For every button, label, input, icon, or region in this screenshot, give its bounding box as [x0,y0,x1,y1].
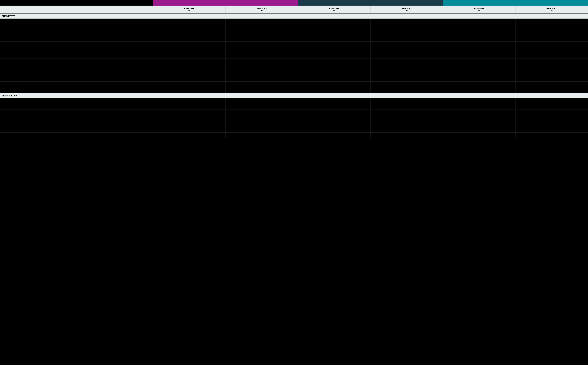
table-row [0,19,588,24]
cell-1-1-2 [298,104,371,110]
cell-0-4-2 [298,42,371,47]
cell-1-5-1 [226,127,298,132]
cell-0-3-0 [153,36,226,42]
cell-1-1-5 [516,104,588,110]
cell-0-11-5 [516,82,588,87]
cell-0-1-3 [371,24,443,30]
cell-1-4-4 [443,121,516,127]
cell-0-11-2 [298,82,371,87]
table-row [0,30,588,36]
row-label [0,104,153,110]
table-row [0,110,588,115]
col-header-1: All Grades,% [153,6,226,14]
cell-0-2-1 [226,30,298,36]
section-title-1: HEMATOLOGY [0,93,588,98]
cell-0-6-1 [226,53,298,59]
cell-0-5-3 [371,47,443,53]
cell-0-10-5 [516,76,588,82]
cell-0-11-0 [153,82,226,87]
cell-0-7-0 [153,59,226,64]
cell-1-3-1 [226,115,298,121]
cell-0-12-4 [443,87,516,93]
cell-0-11-4 [443,82,516,87]
row-label [0,53,153,59]
lab-abnormality-label [0,6,153,14]
cell-0-6-5 [516,53,588,59]
cell-0-9-3 [371,70,443,76]
col-header-4: Grade 3 or 4,% [371,6,443,14]
row-label [0,59,153,64]
cell-1-6-4 [443,132,516,138]
cell-1-0-3 [371,98,443,104]
table-row [0,59,588,64]
col-header-6: Grade 3 or 4,% [516,6,588,14]
cell-0-3-3 [371,36,443,42]
cell-0-4-1 [226,42,298,47]
cell-1-2-5 [516,110,588,115]
cell-0-5-4 [443,47,516,53]
table-row [0,82,588,87]
table-row [0,42,588,47]
cell-0-6-2 [298,53,371,59]
cell-1-3-3 [371,115,443,121]
row-label [0,110,153,115]
cell-0-8-0 [153,64,226,70]
row-label [0,98,153,104]
cell-1-1-3 [371,104,443,110]
cell-1-5-5 [516,127,588,132]
cell-0-7-1 [226,59,298,64]
cell-1-4-5 [516,121,588,127]
cell-0-12-5 [516,87,588,93]
cell-0-8-2 [298,64,371,70]
cell-0-12-3 [371,87,443,93]
cell-0-3-5 [516,36,588,42]
cell-0-9-5 [516,70,588,76]
cell-1-4-0 [153,121,226,127]
cell-0-8-5 [516,64,588,70]
table-row [0,24,588,30]
cell-0-2-3 [371,30,443,36]
row-label [0,127,153,132]
table-body: CHEMISTRYHEMATOLOGY [0,13,588,138]
cell-1-6-3 [371,132,443,138]
cell-0-9-4 [443,70,516,76]
cell-0-10-2 [298,76,371,82]
cell-1-2-2 [298,110,371,115]
study-header-row [0,0,588,6]
row-label [0,30,153,36]
cell-0-3-2 [298,36,371,42]
table-row [0,53,588,59]
cell-1-6-0 [153,132,226,138]
cell-1-1-1 [226,104,298,110]
cell-0-8-3 [371,64,443,70]
cell-0-2-0 [153,30,226,36]
section-header-0: CHEMISTRY [0,13,588,19]
row-label [0,19,153,24]
cell-1-5-2 [298,127,371,132]
cell-0-6-4 [443,53,516,59]
row-label [0,42,153,47]
table-row [0,121,588,127]
cell-1-5-4 [443,127,516,132]
table-row [0,76,588,82]
table-row [0,115,588,121]
cell-1-1-0 [153,104,226,110]
row-label [0,121,153,127]
section-title-0: CHEMISTRY [0,13,588,19]
cell-0-2-2 [298,30,371,36]
cell-1-6-1 [226,132,298,138]
column-header-row: All Grades,% Grade 3 or 4,% All Grades,%… [0,6,588,14]
lab-abnormality-table: All Grades,% Grade 3 or 4,% All Grades,%… [0,0,588,138]
cell-0-1-5 [516,24,588,30]
cell-1-6-2 [298,132,371,138]
cell-1-2-3 [371,110,443,115]
table-row [0,36,588,42]
section-header-1: HEMATOLOGY [0,93,588,98]
cell-1-4-1 [226,121,298,127]
cell-1-2-0 [153,110,226,115]
cell-1-0-0 [153,98,226,104]
cell-0-11-1 [226,82,298,87]
cell-0-1-1 [226,24,298,30]
cell-1-4-2 [298,121,371,127]
row-label [0,36,153,42]
